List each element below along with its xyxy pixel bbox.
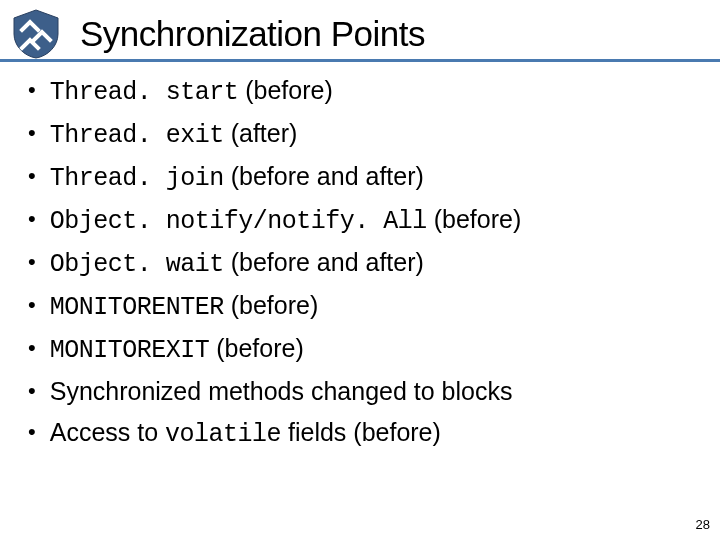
list-item: • Object. notify/notify. All (before) (28, 205, 710, 236)
list-item-text: Object. wait (before and after) (50, 248, 424, 279)
list-item-text: Synchronized methods changed to blocks (50, 377, 513, 406)
list-item: • Thread. join (before and after) (28, 162, 710, 193)
list-item-text: Access to volatile fields (before) (50, 418, 441, 449)
bullet-icon: • (28, 294, 36, 316)
list-item: • MONITORENTER (before) (28, 291, 710, 322)
list-item: • Thread. start (before) (28, 76, 710, 107)
list-item-text: MONITOREXIT (before) (50, 334, 304, 365)
slide-header: Synchronization Points (0, 0, 720, 62)
bullet-icon: • (28, 79, 36, 101)
page-number: 28 (696, 517, 710, 532)
list-item: • MONITOREXIT (before) (28, 334, 710, 365)
bullet-icon: • (28, 337, 36, 359)
slide-title: Synchronization Points (80, 14, 425, 54)
bullet-icon: • (28, 421, 36, 443)
shield-chevrons-icon (10, 8, 62, 60)
list-item-text: Object. notify/notify. All (before) (50, 205, 522, 236)
slide-content: • Thread. start (before) • Thread. exit … (0, 62, 720, 449)
bullet-icon: • (28, 165, 36, 187)
list-item: • Access to volatile fields (before) (28, 418, 710, 449)
list-item-text: Thread. join (before and after) (50, 162, 424, 193)
list-item: • Object. wait (before and after) (28, 248, 710, 279)
list-item-text: Thread. start (before) (50, 76, 333, 107)
bullet-icon: • (28, 208, 36, 230)
list-item: • Synchronized methods changed to blocks (28, 377, 710, 406)
list-item-text: Thread. exit (after) (50, 119, 298, 150)
bullet-icon: • (28, 251, 36, 273)
list-item-text: MONITORENTER (before) (50, 291, 319, 322)
bullet-icon: • (28, 380, 36, 402)
list-item: • Thread. exit (after) (28, 119, 710, 150)
bullet-icon: • (28, 122, 36, 144)
